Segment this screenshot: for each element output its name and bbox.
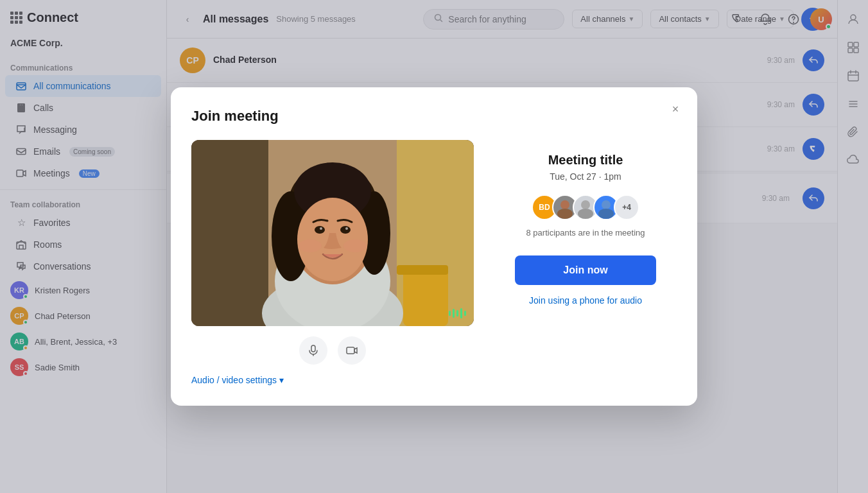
svg-point-28 (320, 227, 322, 230)
svg-point-29 (345, 227, 348, 230)
svg-point-27 (340, 226, 351, 234)
meeting-info-panel: Meeting title Tue, Oct 27 · 1pm BD (494, 140, 677, 306)
svg-rect-34 (311, 345, 315, 352)
participants-count-label: 8 participants are in the meeting (526, 228, 645, 238)
svg-point-38 (581, 200, 590, 209)
audio-video-settings: Audio / video settings ▾ (191, 375, 474, 385)
join-phone-link[interactable]: Join using a phone for audio (529, 295, 642, 306)
modal-overlay[interactable]: × Join meeting (0, 0, 868, 493)
modal-close-button[interactable]: × (666, 100, 684, 118)
participants-row: BD +4 (532, 195, 639, 220)
join-meeting-modal: × Join meeting (171, 87, 697, 406)
meeting-time: Tue, Oct 27 · 1pm (550, 171, 621, 182)
audio-video-settings-link[interactable]: Audio / video settings ▾ (191, 375, 474, 385)
video-frame (191, 140, 474, 326)
svg-point-37 (557, 209, 573, 219)
video-controls (191, 336, 474, 365)
meeting-title: Meeting title (548, 153, 623, 168)
audio-video-settings-label: Audio / video settings (191, 375, 277, 385)
svg-rect-33 (397, 265, 448, 275)
svg-rect-35 (347, 347, 354, 354)
svg-point-36 (560, 200, 569, 209)
video-person-svg (191, 140, 474, 326)
audio-indicator (449, 308, 466, 318)
camera-button[interactable] (338, 336, 366, 365)
svg-point-31 (343, 239, 367, 252)
join-now-button[interactable]: Join now (515, 255, 656, 285)
microphone-button[interactable] (299, 336, 327, 365)
svg-rect-32 (403, 268, 448, 326)
svg-point-41 (598, 209, 614, 219)
svg-point-40 (602, 200, 611, 209)
svg-point-39 (578, 209, 593, 219)
app-container: Connect ACME Corp. Communications All co… (0, 0, 868, 493)
modal-title: Join meeting (191, 108, 677, 125)
svg-point-30 (299, 239, 322, 252)
participant-count-avatar: +4 (614, 195, 639, 220)
svg-point-26 (315, 226, 325, 234)
video-preview-panel: Audio / video settings ▾ (191, 140, 474, 385)
chevron-down-icon: ▾ (279, 375, 284, 385)
modal-body: Audio / video settings ▾ Meeting title T… (191, 140, 677, 385)
